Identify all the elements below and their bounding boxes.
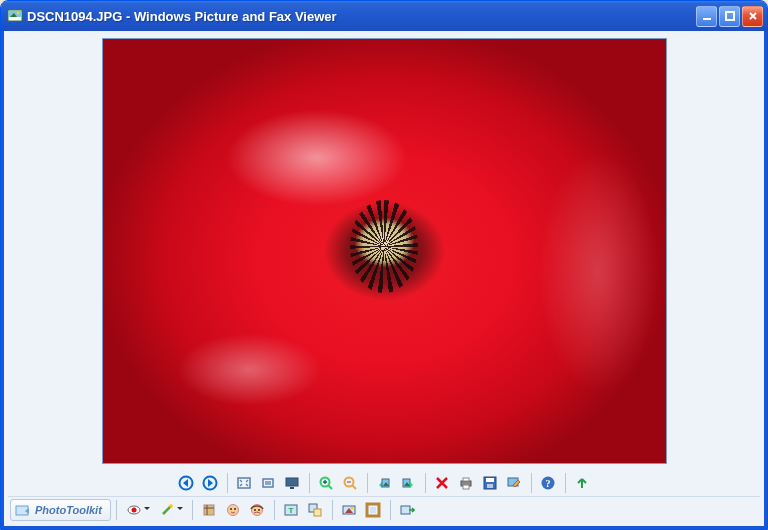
frame-button[interactable] [362, 498, 385, 521]
portrait-button[interactable] [222, 498, 245, 521]
title-appname: Windows Picture and Fax Viewer [134, 9, 337, 24]
svg-point-44 [258, 509, 260, 511]
window-controls [696, 6, 763, 27]
phototoolkit-brand[interactable]: PhotoToolkit [10, 499, 111, 521]
save-button[interactable] [479, 472, 502, 495]
export-icon [399, 502, 415, 518]
delete-icon [435, 476, 449, 490]
svg-rect-4 [703, 18, 711, 20]
rotate-cw-button[interactable] [397, 472, 420, 495]
brand-icon [15, 503, 31, 517]
eye-icon [126, 502, 142, 518]
close-toolbar-button[interactable] [571, 472, 594, 495]
actual-size-button[interactable] [257, 472, 280, 495]
caricature-button[interactable] [246, 498, 269, 521]
effects-button[interactable] [338, 498, 361, 521]
next-image-button[interactable] [199, 472, 222, 495]
svg-rect-27 [463, 485, 469, 489]
separator [390, 500, 391, 520]
crop-icon [201, 502, 217, 518]
rotate-ccw-icon [376, 475, 392, 491]
maximize-button[interactable] [719, 6, 740, 27]
svg-rect-10 [238, 478, 250, 488]
svg-rect-48 [314, 509, 321, 516]
rotate-ccw-button[interactable] [373, 472, 396, 495]
resize-button[interactable] [304, 498, 327, 521]
close-button[interactable] [742, 6, 763, 27]
export-button[interactable] [396, 498, 419, 521]
plugin-toolbar: PhotoToolkit T [8, 496, 760, 524]
svg-line-16 [329, 486, 333, 490]
svg-point-40 [230, 508, 232, 510]
window-title: DSCN1094.JPG - Windows Picture and Fax V… [27, 9, 696, 24]
edit-button[interactable] [503, 472, 526, 495]
delete-button[interactable] [431, 472, 454, 495]
svg-rect-54 [401, 506, 410, 514]
separator [332, 500, 333, 520]
svg-rect-26 [463, 478, 469, 481]
redeye-button[interactable] [122, 498, 154, 521]
svg-rect-14 [290, 487, 294, 489]
effects-icon [341, 502, 357, 518]
separator [192, 500, 193, 520]
print-icon [458, 475, 474, 491]
image-viewport[interactable] [8, 35, 760, 466]
prev-icon [178, 475, 194, 491]
content-area: ? PhotoToolkit [1, 31, 767, 529]
svg-rect-13 [286, 478, 298, 486]
help-icon: ? [540, 475, 556, 491]
image-frame [102, 38, 667, 464]
svg-text:T: T [289, 506, 294, 515]
autofix-button[interactable] [155, 498, 187, 521]
brand-label: PhotoToolkit [35, 504, 102, 516]
up-arrow-icon [575, 476, 589, 490]
face-icon [225, 502, 241, 518]
svg-marker-9 [208, 479, 213, 487]
help-button[interactable]: ? [537, 472, 560, 495]
zoom-out-icon [342, 475, 358, 491]
svg-marker-7 [183, 479, 188, 487]
svg-marker-24 [410, 482, 413, 488]
svg-point-43 [254, 509, 256, 511]
text-icon: T [283, 502, 299, 518]
svg-rect-30 [487, 484, 493, 488]
rotate-cw-icon [400, 475, 416, 491]
svg-line-18 [353, 486, 357, 490]
svg-point-41 [234, 508, 236, 510]
addtext-button[interactable]: T [280, 498, 303, 521]
titlebar[interactable]: DSCN1094.JPG - Windows Picture and Fax V… [1, 1, 767, 31]
crop-button[interactable] [198, 498, 221, 521]
wand-icon [159, 502, 175, 518]
svg-rect-29 [486, 478, 494, 482]
save-icon [482, 475, 498, 491]
svg-point-3 [17, 12, 20, 15]
svg-rect-5 [726, 12, 734, 20]
zoom-out-button[interactable] [339, 472, 362, 495]
svg-text:?: ? [546, 478, 551, 489]
resize-icon [307, 502, 323, 518]
print-button[interactable] [455, 472, 478, 495]
svg-rect-12 [265, 481, 271, 485]
separator [565, 473, 566, 493]
zoom-in-button[interactable] [315, 472, 338, 495]
next-icon [202, 475, 218, 491]
edit-icon [506, 475, 522, 491]
separator [309, 473, 310, 493]
separator [367, 473, 368, 493]
caricature-icon [249, 502, 265, 518]
slideshow-icon [284, 475, 300, 491]
main-toolbar: ? [8, 466, 760, 496]
separator [531, 473, 532, 493]
window: DSCN1094.JPG - Windows Picture and Fax V… [0, 0, 768, 530]
svg-rect-38 [204, 505, 214, 515]
separator [425, 473, 426, 493]
title-sep: - [122, 9, 134, 24]
app-icon [7, 8, 23, 24]
slideshow-button[interactable] [281, 472, 304, 495]
actual-size-icon [260, 475, 276, 491]
minimize-button[interactable] [696, 6, 717, 27]
separator [274, 500, 275, 520]
svg-point-39 [228, 504, 239, 515]
previous-image-button[interactable] [175, 472, 198, 495]
best-fit-button[interactable] [233, 472, 256, 495]
